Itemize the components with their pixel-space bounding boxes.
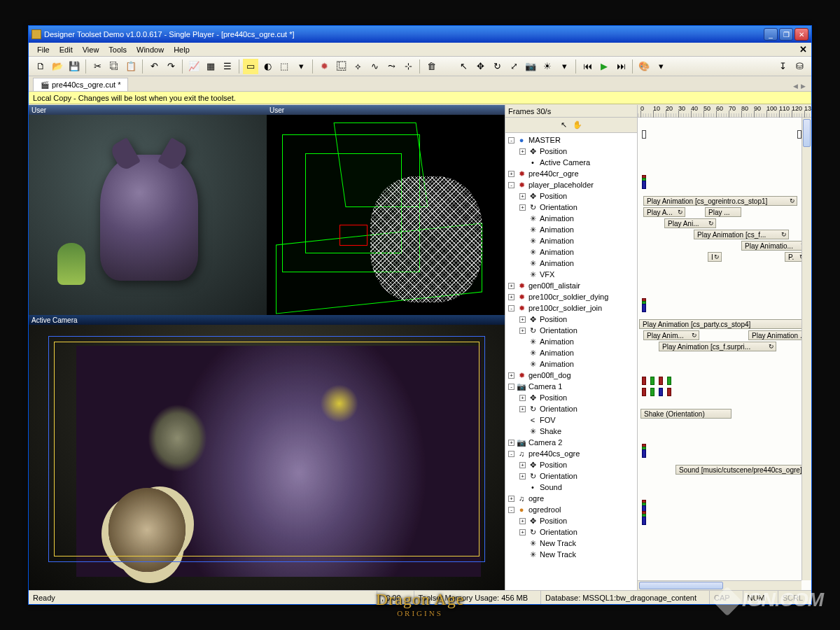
rotate-icon[interactable]: ↻ [489, 59, 505, 74]
viewport-camera-header[interactable]: Active Camera [29, 315, 505, 325]
tree-row[interactable]: +✥Position [505, 515, 637, 526]
tree-toggle-icon[interactable]: + [519, 316, 526, 323]
tree-toggle-icon[interactable]: + [508, 440, 514, 446]
tree-toggle-icon[interactable]: - [508, 182, 514, 188]
tree-row[interactable]: ✳Shake [505, 426, 637, 437]
tree-toggle-icon[interactable]: + [508, 171, 514, 177]
tree-row[interactable]: +✹gen00fl_dog [505, 370, 637, 381]
group-icon[interactable]: ⿺ [333, 59, 349, 74]
timeline-scrollbar-v[interactable] [802, 118, 811, 580]
tree-toggle-icon[interactable]: - [508, 451, 514, 457]
keyframe[interactable] [642, 388, 646, 396]
tree-toggle-icon[interactable]: + [508, 294, 514, 300]
tree-row[interactable]: ✳Animation [505, 358, 637, 370]
scale-icon[interactable]: ⤢ [506, 59, 522, 74]
keyframe[interactable] [642, 130, 646, 139]
dropdown-icon[interactable]: ▾ [293, 59, 309, 74]
tree-row[interactable]: <FOV [505, 414, 637, 426]
new-icon[interactable]: 🗋 [33, 59, 48, 74]
tree-toggle-icon[interactable]: + [519, 395, 526, 401]
tree-toggle-icon[interactable]: + [519, 473, 526, 479]
tree-toggle-icon[interactable]: + [519, 406, 526, 412]
tree-toggle-icon[interactable]: + [519, 518, 526, 524]
tree-toggle-icon[interactable]: + [508, 496, 514, 502]
document-close-button[interactable]: ✕ [799, 44, 807, 55]
keyframe[interactable] [642, 449, 646, 458]
minimize-button[interactable]: _ [764, 28, 778, 41]
note-icon[interactable]: ▭ [243, 59, 258, 74]
tree-row[interactable]: +✥Position [505, 314, 637, 325]
timeline-clip[interactable]: Sound [music/cutscene/pre440cs_ogre] [676, 465, 811, 475]
tree-row[interactable]: ✳Animation [505, 246, 637, 258]
next-frame-icon[interactable]: ⏭ [613, 59, 629, 74]
chart-icon[interactable]: 📈 [186, 59, 202, 74]
tree-toggle-icon[interactable]: + [508, 372, 514, 379]
tree-toggle-icon[interactable]: + [519, 462, 526, 468]
keyframe[interactable] [642, 377, 646, 385]
timeline-clip[interactable]: I↻ [708, 252, 722, 262]
tree-row[interactable]: -📷Camera 1 [505, 381, 637, 392]
tree-row[interactable]: +✥Position [505, 392, 637, 403]
timeline-clip[interactable]: Play Anim...↻ [643, 330, 699, 340]
trash-icon[interactable]: 🗑 [424, 59, 439, 74]
timeline-clip[interactable]: Shake (Orientation) [640, 409, 732, 419]
tree-toggle-icon[interactable]: + [519, 193, 526, 200]
keyframe[interactable] [642, 181, 646, 189]
open-icon[interactable]: 📂 [50, 59, 65, 74]
menu-window[interactable]: Window [132, 44, 168, 55]
menu-view[interactable]: View [78, 44, 104, 55]
menu-edit[interactable]: Edit [55, 44, 77, 55]
timeline-clip[interactable]: Play Animation [cs_f...↻ [694, 230, 789, 239]
light-icon[interactable]: ☀ [540, 59, 555, 74]
keyframe[interactable] [667, 388, 671, 396]
tree-row[interactable]: +✹pre100cr_soldier_dying [505, 291, 637, 302]
camera-icon[interactable]: 📷 [523, 59, 538, 74]
checkin-icon[interactable]: ↧ [775, 59, 790, 74]
tree-toggle-icon[interactable]: + [508, 283, 514, 289]
tab-next-icon[interactable]: ▶ [799, 81, 807, 91]
timeline-clip[interactable]: Play Animation [cs_party.cs_stop4] [639, 319, 811, 329]
menu-help[interactable]: Help [169, 44, 194, 55]
tree-row[interactable]: +📷Camera 2 [505, 437, 637, 448]
copy-icon[interactable]: ⿻ [106, 59, 122, 74]
tree-row[interactable]: ✳Animation [505, 224, 637, 235]
maximize-button[interactable]: ❐ [779, 28, 793, 41]
keyframe[interactable] [667, 377, 671, 385]
viewport-user1[interactable] [29, 115, 267, 315]
curve-icon[interactable]: ∿ [367, 59, 382, 74]
prev-frame-icon[interactable]: ⏮ [580, 59, 595, 74]
path-icon[interactable]: ⤳ [384, 59, 399, 74]
document-tab[interactable]: 🎬 pre440cs_ogre.cut * [33, 78, 128, 91]
timeline-tracks[interactable]: Play Animation [cs_ogreintro.cs_stop1]↻P… [638, 118, 811, 590]
viewport-wireframe[interactable] [267, 115, 505, 315]
tree-row[interactable]: +♫ogre [505, 493, 637, 504]
tree-row[interactable]: +✹pre440cr_ogre [505, 168, 637, 179]
tree-row[interactable]: +✥Position [505, 146, 637, 157]
tree-toggle-icon[interactable]: + [519, 204, 526, 211]
hand-tool-icon[interactable]: ✋ [573, 120, 582, 130]
tree-toggle-icon[interactable]: - [508, 305, 514, 312]
tree-row[interactable]: -✹player_placeholder [505, 179, 637, 190]
tree-row[interactable]: ✳Animation [505, 347, 637, 358]
select-icon[interactable]: ↖ [456, 59, 471, 74]
tree-row[interactable]: +↻Orientation [505, 403, 637, 414]
timeline-ruler[interactable]: 0102030405060708090100110120130140 [638, 105, 811, 118]
keyframe[interactable] [642, 517, 646, 525]
move-icon[interactable]: ✥ [472, 59, 488, 74]
tree-row[interactable]: •Sound [505, 482, 637, 493]
grid-icon[interactable]: ▦ [203, 59, 218, 74]
timeline-scrollbar-h[interactable] [638, 580, 802, 590]
tab-prev-icon[interactable]: ◀ [792, 81, 799, 91]
play-icon[interactable]: ▶ [596, 59, 612, 74]
node-icon[interactable]: ⊹ [400, 59, 416, 74]
keyframe[interactable] [650, 377, 654, 385]
close-button[interactable]: ✕ [794, 28, 808, 41]
save-icon[interactable]: 💾 [66, 59, 82, 74]
undo-icon[interactable]: ↶ [146, 59, 162, 74]
timeline-clip[interactable]: Play A...↻ [643, 207, 685, 217]
titlebar[interactable]: Designer Toolset Demo v1.0.0.617 - Singl… [29, 26, 811, 43]
tree-row[interactable]: ✳Animation [505, 213, 637, 224]
viewport-active-camera[interactable] [29, 325, 505, 590]
tree-row[interactable]: +✥Position [505, 459, 637, 470]
tree-toggle-icon[interactable]: + [519, 529, 526, 536]
